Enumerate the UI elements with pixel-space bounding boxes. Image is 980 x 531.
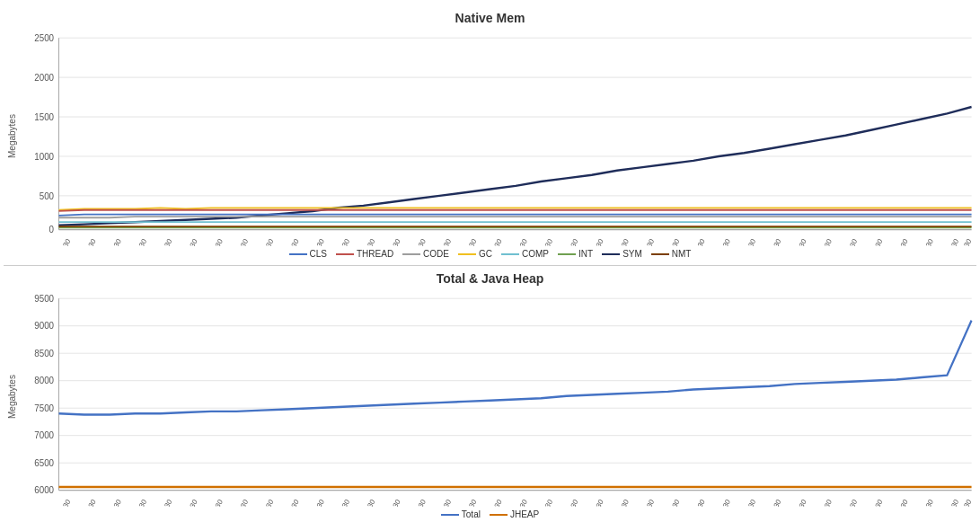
svg-text:1500: 1500	[34, 111, 54, 122]
java-heap-chart-area: Megabytes 9500 9000 8	[4, 288, 976, 507]
svg-text:7/14 7:30: 7/14 7:30	[254, 237, 275, 246]
native-mem-chart-area: Megabytes 2500 2000 1500 1000 500 0	[4, 27, 976, 246]
native-mem-svg: 2500 2000 1500 1000 500 0	[20, 27, 976, 246]
svg-text:7/15 21:30: 7/15 21:30	[735, 237, 758, 246]
legend-code-label: CODE	[423, 249, 449, 259]
svg-text:7/16 5:30: 7/16 5:30	[838, 498, 859, 507]
java-heap-y-label: Megabytes	[4, 288, 20, 507]
svg-text:0: 0	[49, 225, 55, 235]
svg-text:7/15 1:30: 7/15 1:30	[482, 237, 503, 246]
legend-cls-line	[289, 253, 307, 255]
svg-text:7/14 11:30: 7/14 11:30	[303, 237, 326, 246]
svg-text:7/15 7:30: 7/15 7:30	[559, 237, 579, 246]
legend-total: Total	[441, 509, 481, 519]
svg-text:7/16 11:30: 7/16 11:30	[913, 498, 936, 507]
java-heap-panel: Total & Java Heap Megabytes 95	[4, 268, 976, 524]
java-heap-legend: Total JHEAP	[432, 507, 548, 522]
legend-comp-label: COMP	[522, 249, 549, 259]
svg-text:7/15 5:30: 7/15 5:30	[534, 237, 554, 246]
svg-text:7/15 3:30: 7/15 3:30	[508, 498, 529, 507]
svg-text:7/16 1:30: 7/16 1:30	[787, 237, 808, 246]
legend-nmt-label: NMT	[672, 249, 692, 259]
svg-text:7/15 3:30: 7/15 3:30	[508, 237, 529, 246]
legend-comp-line	[501, 253, 519, 255]
svg-text:7/16 7:30: 7/16 7:30	[863, 237, 884, 246]
svg-text:7/15 15:30: 7/15 15:30	[658, 498, 682, 507]
svg-text:7/16 9:30: 7/16 9:30	[888, 237, 909, 246]
svg-text:7/14 5:30: 7/14 5:30	[229, 237, 250, 246]
svg-text:7/14 13:30: 7/14 13:30	[329, 237, 352, 246]
legend-nmt-line	[651, 253, 669, 255]
legend-sym: SYM	[602, 249, 642, 259]
svg-text:7/16 13:30: 7/16 13:30	[938, 237, 961, 246]
legend-thread: THREAD	[336, 249, 393, 259]
svg-text:7/15 23:30: 7/15 23:30	[760, 498, 783, 507]
svg-text:7/15 11:30: 7/15 11:30	[607, 237, 631, 246]
legend-total-label: Total	[462, 509, 481, 519]
svg-text:7/13 21:30: 7/13 21:30	[126, 237, 149, 246]
svg-text:7/15 19:30: 7/15 19:30	[709, 498, 732, 507]
svg-text:7/14 1:30: 7/14 1:30	[178, 498, 199, 507]
legend-int: INT	[558, 249, 593, 259]
legend-comp: COMP	[501, 249, 549, 259]
legend-code-line	[402, 253, 420, 255]
java-heap-svg: 9500 9000 8500 8000 7500 7000 6500 6000	[20, 288, 976, 507]
svg-text:6000: 6000	[34, 485, 54, 496]
svg-text:7500: 7500	[34, 403, 54, 413]
svg-text:7/14 7:30: 7/14 7:30	[254, 498, 275, 507]
legend-code: CODE	[402, 249, 449, 259]
legend-nmt: NMT	[651, 249, 692, 259]
svg-text:7/15 9:30: 7/15 9:30	[584, 237, 605, 246]
svg-text:7/16 13:30: 7/16 13:30	[938, 498, 961, 507]
svg-text:7/14 3:30: 7/14 3:30	[203, 498, 224, 507]
svg-text:7/14 15:30: 7/14 15:30	[354, 498, 377, 507]
svg-text:9500: 9500	[34, 293, 54, 304]
legend-jheap-label: JHEAP	[510, 509, 539, 519]
svg-text:7/16 1:30: 7/16 1:30	[787, 498, 808, 507]
legend-jheap-line	[490, 514, 508, 516]
svg-text:7/13 23:30: 7/13 23:30	[151, 498, 174, 507]
svg-text:7/13 17:30: 7/13 17:30	[75, 498, 98, 507]
svg-text:7/14 17:30: 7/14 17:30	[379, 498, 402, 507]
svg-text:7/16 3:30: 7/16 3:30	[813, 498, 834, 507]
svg-text:7/15 9:30: 7/15 9:30	[584, 498, 605, 507]
svg-text:7/15 7:30: 7/15 7:30	[559, 498, 579, 507]
java-heap-chart-inner: 9500 9000 8500 8000 7500 7000 6500 6000	[20, 288, 976, 507]
svg-text:7/13 21:30: 7/13 21:30	[126, 498, 149, 507]
chart-divider	[4, 265, 976, 266]
svg-text:7/16 7:30: 7/16 7:30	[863, 498, 884, 507]
legend-jheap: JHEAP	[490, 509, 539, 519]
legend-cls-label: CLS	[310, 249, 327, 259]
svg-text:7/16 11:30: 7/16 11:30	[913, 237, 936, 246]
legend-sym-line	[602, 253, 620, 255]
svg-text:7/15 15:30: 7/15 15:30	[658, 237, 682, 246]
svg-text:7/14 9:30: 7/14 9:30	[279, 498, 300, 507]
svg-text:7/15 17:30: 7/15 17:30	[684, 498, 707, 507]
legend-gc: GC	[458, 249, 492, 259]
legend-total-line	[441, 514, 459, 516]
svg-text:500: 500	[40, 190, 54, 201]
svg-text:1000: 1000	[34, 151, 54, 162]
svg-text:7/13 15:30: 7/13 15:30	[49, 498, 73, 507]
svg-text:7/15 23:30: 7/15 23:30	[760, 237, 783, 246]
svg-text:7/14 23:30: 7/14 23:30	[455, 237, 479, 246]
svg-text:2500: 2500	[34, 32, 54, 43]
svg-text:7/14 19:30: 7/14 19:30	[404, 237, 428, 246]
svg-text:7/14 9:30: 7/14 9:30	[279, 237, 300, 246]
svg-text:7/15 11:30: 7/15 11:30	[607, 498, 631, 507]
svg-text:9000: 9000	[34, 321, 54, 332]
native-mem-title: Native Mem	[455, 11, 525, 25]
svg-text:7000: 7000	[34, 430, 54, 441]
legend-thread-label: THREAD	[357, 249, 393, 259]
svg-text:7/14 21:30: 7/14 21:30	[430, 498, 454, 507]
svg-text:7/13 19:30: 7/13 19:30	[100, 498, 123, 507]
svg-text:8000: 8000	[34, 376, 54, 386]
svg-text:7/15 13:30: 7/15 13:30	[633, 237, 657, 246]
svg-text:7/14 21:30: 7/14 21:30	[430, 237, 454, 246]
svg-text:7/16 5:30: 7/16 5:30	[838, 237, 859, 246]
legend-int-label: INT	[578, 249, 593, 259]
svg-text:7/14 19:30: 7/14 19:30	[404, 498, 428, 507]
svg-text:7/14 1:30: 7/14 1:30	[178, 237, 199, 246]
svg-text:7/15 1:30: 7/15 1:30	[482, 498, 503, 507]
charts-container: Native Mem Megabytes 2500 2000 1500 1000	[0, 0, 980, 531]
